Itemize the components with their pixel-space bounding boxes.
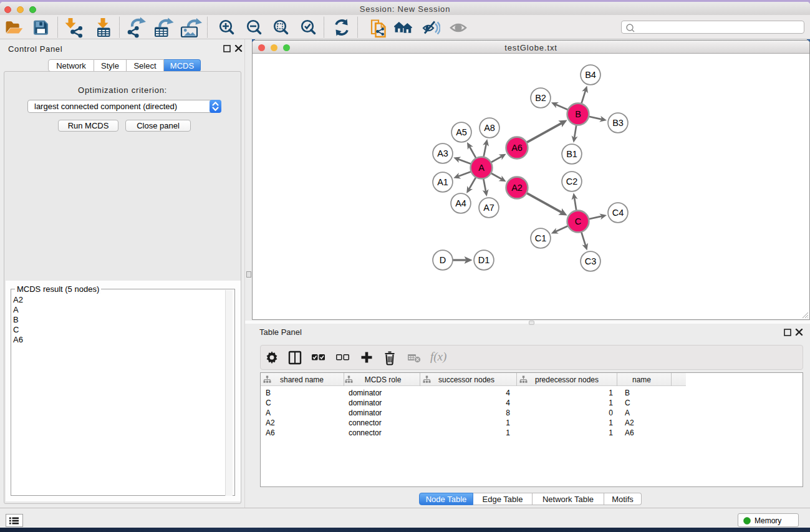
svg-text:B1: B1 <box>566 149 577 159</box>
svg-text:B2: B2 <box>535 93 546 103</box>
svg-text:D: D <box>440 255 446 265</box>
svg-text:A: A <box>478 163 485 173</box>
svg-text:A1: A1 <box>437 177 448 187</box>
svg-text:B3: B3 <box>612 118 624 128</box>
svg-text:A2: A2 <box>511 183 523 193</box>
svg-text:C3: C3 <box>585 256 597 266</box>
svg-text:C: C <box>575 216 581 226</box>
svg-text:A8: A8 <box>484 123 495 133</box>
svg-text:A5: A5 <box>456 127 467 137</box>
svg-text:B4: B4 <box>585 70 596 80</box>
svg-text:A3: A3 <box>437 148 448 158</box>
svg-text:D1: D1 <box>478 255 490 265</box>
svg-text:C2: C2 <box>566 177 578 186</box>
svg-text:A4: A4 <box>455 198 466 208</box>
svg-text:A7: A7 <box>483 203 494 213</box>
svg-text:C4: C4 <box>612 208 624 218</box>
svg-text:A6: A6 <box>511 143 523 153</box>
svg-text:C1: C1 <box>535 233 547 243</box>
svg-text:B: B <box>575 109 581 119</box>
